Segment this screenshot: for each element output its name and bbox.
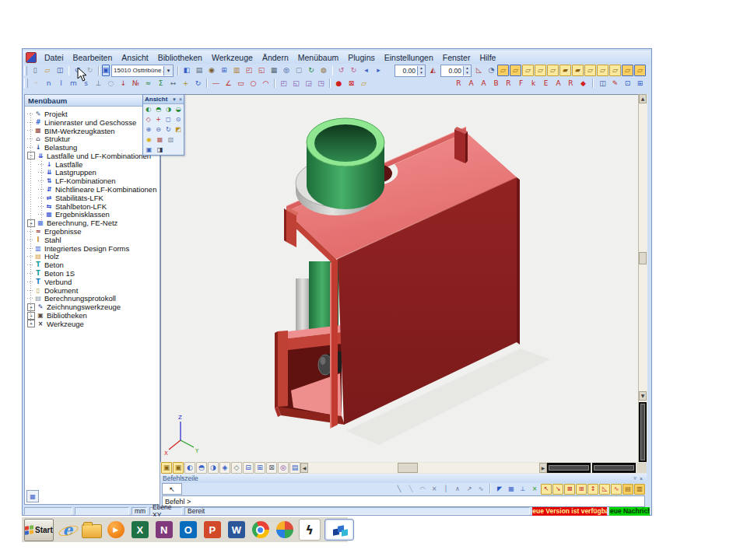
osnap-nearest-icon[interactable]: ∿ bbox=[611, 484, 622, 495]
osnap-center-icon[interactable]: ⊞ bbox=[576, 484, 587, 495]
design-icon-5[interactable]: R bbox=[503, 78, 514, 89]
cursor-pick-icon[interactable]: ◤ bbox=[494, 484, 505, 495]
project-combo[interactable]: 15010 Osttribüne An ▾ bbox=[111, 65, 174, 77]
panel-toggle-4[interactable]: ▱ bbox=[535, 65, 546, 76]
osnap-settings-icon[interactable]: ▤ bbox=[622, 484, 633, 495]
viewtab-z[interactable]: ◑ bbox=[208, 462, 219, 474]
rotate-view-icon[interactable]: ↻ bbox=[164, 124, 174, 135]
tree-item-stabilit-ts-lfk[interactable]: ⇄Stabilitäts-LFK bbox=[25, 194, 160, 202]
snap-step-icon[interactable]: ◭ bbox=[427, 65, 439, 76]
work-plane-icon[interactable]: ◺ bbox=[473, 65, 485, 76]
display-mode-icon[interactable]: ▣ bbox=[102, 65, 110, 76]
show-supports-icon[interactable]: ⊥ bbox=[93, 78, 104, 89]
tree-item-linienraster-und-geschosse[interactable]: #Linienraster und Geschosse bbox=[25, 118, 160, 127]
pick-mode-icon[interactable]: ↖ bbox=[162, 483, 182, 495]
new-document-icon[interactable]: ▯ bbox=[30, 65, 41, 76]
menu-item-plugins[interactable]: Plugins bbox=[343, 51, 379, 64]
expand-icon[interactable]: + bbox=[27, 219, 35, 227]
design-icon-9[interactable]: A bbox=[552, 78, 564, 89]
menu-item-bibliotheken[interactable]: Bibliotheken bbox=[153, 51, 207, 64]
option-icon-1[interactable]: ⊡ bbox=[622, 78, 633, 89]
mark-point-icon[interactable]: ● bbox=[333, 78, 345, 89]
node-numbering-icon[interactable]: n bbox=[43, 78, 54, 89]
save-icon[interactable]: ◫ bbox=[54, 65, 66, 76]
menu-item-hilfe[interactable]: Hilfe bbox=[475, 51, 500, 64]
snap-angle-icon[interactable]: ∧ bbox=[452, 484, 463, 495]
file-explorer-icon[interactable] bbox=[82, 520, 102, 540]
user-views-icon[interactable]: ▧ bbox=[166, 135, 176, 145]
panel-toggle-11[interactable]: ▱ bbox=[622, 65, 633, 76]
snap-vertical-icon[interactable]: │ bbox=[440, 484, 451, 495]
update-icon[interactable]: ↻ bbox=[306, 65, 317, 76]
osnap-node-icon[interactable]: ↖ bbox=[541, 484, 552, 495]
vertical-scrollbar[interactable]: ▲ ▼ bbox=[638, 94, 647, 462]
horizontal-pan-slider-1[interactable] bbox=[547, 463, 591, 473]
osnap-intersect-icon[interactable]: ◺ bbox=[599, 484, 610, 495]
tree-item-werkzeuge[interactable]: +×Werkzeuge bbox=[25, 320, 160, 328]
powerpoint-icon[interactable]: P bbox=[202, 520, 223, 540]
panel-toggle-7[interactable]: ▰ bbox=[572, 65, 584, 76]
view-in-x-icon[interactable]: ◐ bbox=[144, 104, 153, 114]
grid-icon[interactable]: ▦ bbox=[506, 484, 517, 495]
draw-circle-icon[interactable]: ○ bbox=[247, 78, 259, 89]
cascade-windows-icon[interactable]: ◰ bbox=[278, 78, 289, 89]
expand-icon[interactable]: + bbox=[27, 303, 35, 311]
viewtab-side[interactable]: ⊠ bbox=[266, 462, 277, 474]
show-hinges-icon[interactable]: ◌ bbox=[105, 78, 117, 89]
start-button[interactable]: Start bbox=[24, 519, 54, 541]
osnap-perp-icon[interactable]: ↕ bbox=[587, 484, 598, 495]
app-icon[interactable] bbox=[26, 52, 37, 63]
tab-scroll-left-icon[interactable]: ◀ bbox=[300, 463, 308, 473]
tree-item-belastung[interactable]: ↓Belastung bbox=[25, 143, 160, 152]
menu-item-einstellungen[interactable]: Einstellungen bbox=[380, 51, 438, 64]
photos-icon[interactable] bbox=[275, 520, 295, 540]
steel-design-icon-2[interactable]: A bbox=[465, 78, 477, 89]
isometric-view-icon[interactable]: ◇ bbox=[144, 114, 153, 124]
panel-toggle-5[interactable]: ▱ bbox=[547, 65, 559, 76]
isolate-mode-icon[interactable]: ◉ bbox=[144, 135, 154, 145]
panel-toggle-1[interactable]: ▱ bbox=[497, 65, 509, 76]
menu-item-datei[interactable]: Datei bbox=[40, 51, 68, 64]
draw-line-icon[interactable]: ― bbox=[210, 78, 222, 89]
panel-toggle-6[interactable]: ▰ bbox=[559, 65, 571, 76]
viewtab-user[interactable]: ◎ bbox=[278, 462, 289, 474]
edit-mode-icon[interactable]: ✎ bbox=[609, 78, 621, 89]
next-view-icon[interactable]: ↻ bbox=[348, 65, 359, 76]
snap-arc-icon[interactable]: ◠ bbox=[417, 484, 428, 495]
onenote-icon[interactable]: N bbox=[154, 520, 174, 540]
grid-spacing-y-value[interactable]: 0.00 bbox=[441, 67, 463, 75]
design-icon-11[interactable]: ◆ bbox=[577, 78, 589, 89]
viewtab-y[interactable]: ◓ bbox=[196, 462, 207, 474]
rendering-icon[interactable]: ◨ bbox=[155, 145, 165, 155]
tile-windows-icon[interactable]: ◱ bbox=[290, 78, 302, 89]
panel-toggle-3[interactable]: ▱ bbox=[522, 65, 534, 76]
tree-item-bim-werkzeugkasten[interactable]: ▦BIM-Werkzeugkasten bbox=[25, 127, 160, 135]
ortho-mode-icon[interactable]: ⊥ bbox=[517, 484, 528, 495]
last-view-icon[interactable]: ↺ bbox=[335, 65, 347, 76]
tree-item-verbund[interactable]: TVerbund bbox=[25, 278, 160, 286]
command-input[interactable]: Befehl > bbox=[162, 495, 645, 507]
design-icon-4[interactable]: B bbox=[490, 78, 502, 89]
tree-item-beton-1s[interactable]: TBeton 1S bbox=[25, 269, 160, 278]
show-nodes-icon[interactable]: ◦ bbox=[30, 78, 42, 89]
viewtab-more[interactable]: ▤ bbox=[289, 462, 300, 474]
design-icon-7[interactable]: k bbox=[528, 78, 539, 89]
menu-item-bearbeiten[interactable]: Bearbeiten bbox=[68, 51, 117, 64]
snap-tangent-icon[interactable]: ∿ bbox=[475, 484, 486, 495]
tree-item-struktur[interactable]: ⌂Struktur bbox=[25, 135, 160, 143]
horizontal-scrollbar[interactable] bbox=[308, 463, 539, 473]
zoom-in-icon[interactable]: ⊕ bbox=[144, 124, 153, 135]
view-in-z-icon[interactable]: ◑ bbox=[164, 104, 174, 114]
menu-item-ndern[interactable]: Ändern bbox=[258, 51, 293, 64]
panel-toggle-8[interactable]: ▱ bbox=[584, 65, 596, 76]
scroll-up-icon[interactable]: ▲ bbox=[639, 94, 647, 103]
zoom-view-icon[interactable]: ⊙ bbox=[174, 114, 183, 124]
mini-right-icon[interactable]: ▸ bbox=[373, 65, 384, 76]
grid-spacing-x[interactable]: 0.00 ▲▼ bbox=[395, 65, 426, 77]
mass-print-icon[interactable]: ▥ bbox=[231, 65, 243, 76]
settings-icon[interactable]: ◔ bbox=[486, 65, 497, 76]
model-viewport[interactable]: X Y Z bbox=[160, 94, 638, 462]
tree-item-ergebnisklassen[interactable]: ▦Ergebnisklassen bbox=[25, 211, 160, 219]
draw-polyline-icon[interactable]: ∠ bbox=[223, 78, 234, 89]
steel-design-icon-1[interactable]: R bbox=[453, 78, 465, 89]
